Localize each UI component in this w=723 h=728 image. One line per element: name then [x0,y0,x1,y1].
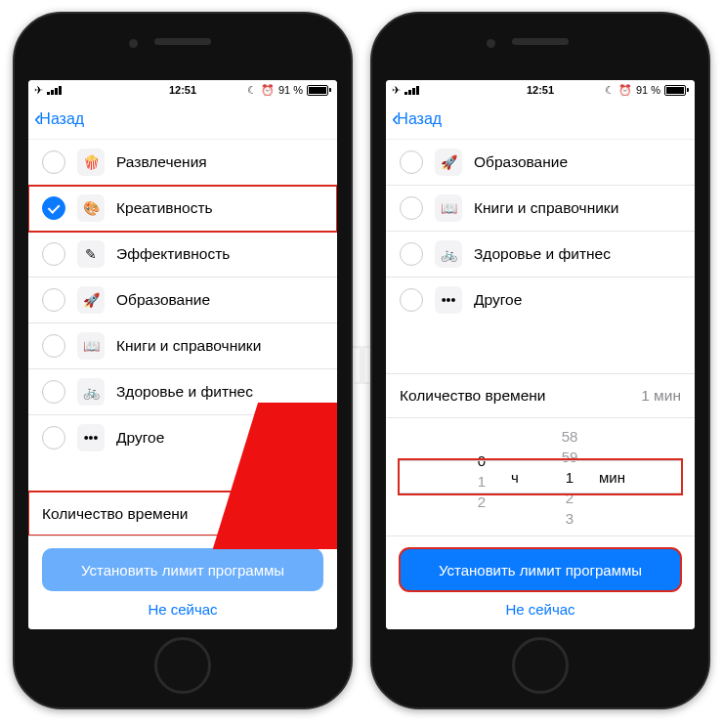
checkbox[interactable] [400,288,423,312]
checkbox[interactable] [42,150,65,174]
time-amount-action[interactable]: Установить [244,505,323,523]
creativity-icon: 🎨 [77,194,105,222]
category-row-books[interactable]: 📖Книги и справочники [386,186,695,232]
back-button[interactable]: ‹ Назад [392,108,442,130]
category-row-productivity[interactable]: ✎Эффективность [28,232,337,278]
category-label: Книги и справочники [116,337,261,355]
dnd-icon: ☾ [605,84,615,97]
nav-bar: ‹ Назад [386,100,695,140]
alarm-icon: ⏰ [261,84,275,97]
category-row-education[interactable]: 🚀Образование [28,278,337,323]
checkbox[interactable] [400,196,423,220]
category-row-other[interactable]: •••Другое [28,415,337,460]
time-amount-label: Количество времени [42,505,189,523]
camera-dot [129,39,138,48]
picker-value: 58 [562,428,578,445]
category-label: Развлечения [116,153,207,171]
time-amount-value: 1 мин [641,387,681,405]
battery-percent: 91 % [636,84,660,96]
back-button[interactable]: ‹ Назад [34,108,84,130]
speaker-slot [512,38,569,45]
back-label: Назад [39,110,84,128]
alarm-icon: ⏰ [618,84,632,97]
category-row-creativity[interactable]: 🎨Креативность [28,186,337,232]
picker-value: 1 [566,469,574,486]
home-button[interactable] [512,637,569,694]
health-icon: 🚲 [77,378,105,406]
home-button[interactable] [154,637,211,694]
category-label: Другое [116,429,164,447]
picker-value: 3 [566,510,574,527]
back-label: Назад [397,110,442,128]
checkbox[interactable] [42,288,65,312]
time-amount-row: Количество времени 1 мин [386,373,695,418]
checkbox[interactable] [400,242,423,266]
category-label: Образование [116,291,210,309]
speaker-slot [154,38,211,45]
checkbox[interactable] [42,242,65,266]
category-row-entertainment[interactable]: 🍿Развлечения [28,140,337,186]
education-icon: 🚀 [77,286,105,314]
picker-value: 0 [478,452,486,469]
category-row-education[interactable]: 🚀Образование [386,140,695,186]
picker-value: 1 [478,473,486,490]
picker-value: 2 [566,490,574,506]
category-row-books[interactable]: 📖Книги и справочники [28,323,337,369]
category-label: Креативность [116,199,213,217]
category-list[interactable]: 🚀Образование📖Книги и справочники🚲Здоровь… [386,140,695,373]
checkbox[interactable] [42,380,65,404]
picker-hours[interactable]: 012 [452,445,511,510]
battery-percent: 91 % [278,84,303,96]
screen-left: ✈︎ 12:51 ☾ ⏰ 91 % ‹ Назад 🍿Развлечения🎨К… [28,80,337,629]
picker-minutes-unit: мин [599,469,628,486]
category-label: Эффективность [116,245,230,263]
category-row-other[interactable]: •••Другое [386,278,695,322]
not-now-button[interactable]: Не сейчас [400,591,681,621]
checkbox[interactable] [42,426,65,450]
status-bar: ✈︎ 12:51 ☾ ⏰ 91 % [386,80,695,100]
set-limit-button[interactable]: Установить лимит программы [400,548,681,591]
category-label: Здоровье и фитнес [474,245,611,263]
time-picker[interactable]: 012 ч 5859123 мин [386,418,695,535]
other-icon: ••• [435,286,462,314]
checkbox[interactable] [42,334,65,358]
status-bar: ✈︎ 12:51 ☾ ⏰ 91 % [28,80,337,100]
picker-value: 59 [562,449,578,465]
category-label: Книги и справочники [474,199,618,217]
picker-hours-unit: ч [511,469,540,486]
picker-value: 2 [478,493,486,510]
nav-bar: ‹ Назад [28,100,337,140]
footer: Установить лимит программы Не сейчас [386,535,695,629]
picker-minutes[interactable]: 5859123 [540,428,599,527]
screen-right: ✈︎ 12:51 ☾ ⏰ 91 % ‹ Назад 🚀Образование📖К… [386,80,695,629]
battery-icon [664,85,689,96]
category-row-health[interactable]: 🚲Здоровье и фитнес [28,369,337,415]
category-row-health[interactable]: 🚲Здоровье и фитнес [386,232,695,278]
wifi-icon [404,86,419,95]
battery-icon [307,85,331,96]
wifi-icon [47,86,62,95]
footer: Установить лимит программы Не сейчас [28,535,337,629]
dnd-icon: ☾ [247,84,257,97]
productivity-icon: ✎ [77,240,105,268]
category-label: Здоровье и фитнес [116,383,253,401]
education-icon: 🚀 [435,149,462,176]
airplane-icon: ✈︎ [392,84,401,97]
entertainment-icon: 🍿 [77,149,105,176]
camera-dot [487,39,495,48]
health-icon: 🚲 [435,240,462,268]
not-now-button[interactable]: Не сейчас [42,591,323,621]
other-icon: ••• [77,424,105,451]
set-limit-button[interactable]: Установить лимит программы [42,548,323,591]
books-icon: 📖 [77,332,105,360]
airplane-icon: ✈︎ [34,84,43,97]
time-amount-row[interactable]: Количество времени Установить [28,492,337,535]
category-label: Образование [474,153,568,171]
time-amount-label: Количество времени [400,387,546,405]
checkbox[interactable] [42,196,65,220]
checkbox[interactable] [400,150,423,174]
category-label: Другое [474,291,522,309]
phone-right: ✈︎ 12:51 ☾ ⏰ 91 % ‹ Назад 🚀Образование📖К… [370,12,710,709]
category-list[interactable]: 🍿Развлечения🎨Креативность✎Эффективность🚀… [28,140,337,492]
books-icon: 📖 [435,194,462,222]
